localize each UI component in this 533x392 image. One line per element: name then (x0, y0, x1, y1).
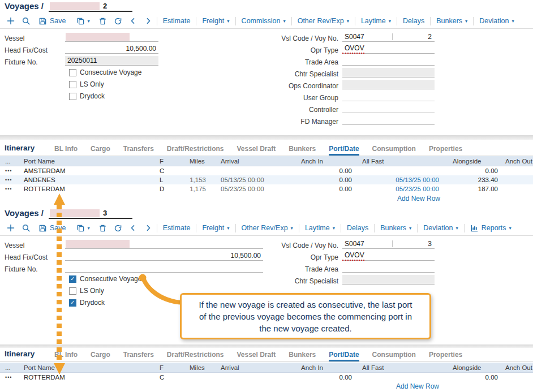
tab-properties[interactable]: Properties (429, 145, 462, 156)
toolbar-button-other-rev-exp[interactable]: Other Rev/Exp▾ (237, 221, 298, 235)
toolbar-button-other-rev-exp[interactable]: Other Rev/Exp▾ (293, 14, 354, 28)
prev-button[interactable] (126, 221, 141, 235)
fd-manager-field[interactable] (342, 115, 435, 125)
row-menu-icon[interactable]: ••• (0, 186, 20, 192)
next-button[interactable] (141, 14, 156, 28)
row-menu-icon[interactable]: ••• (0, 177, 20, 183)
prev-button[interactable] (126, 14, 141, 28)
toolbar-button-laytime[interactable]: Laytime▾ (356, 14, 396, 28)
next-button[interactable] (141, 221, 156, 235)
chevron-left-icon (129, 17, 137, 25)
toolbar-button-delays[interactable]: Delays (342, 221, 373, 235)
toolbar-button-bunkers[interactable]: Bunkers▾ (431, 14, 472, 28)
chevron-down-icon: ▾ (283, 19, 285, 24)
tab-cargo[interactable]: Cargo (91, 145, 110, 156)
opr-type-field[interactable]: OVOV (342, 251, 435, 261)
cell-f: D (158, 186, 188, 192)
vessel-field[interactable] (65, 32, 158, 42)
tab-draft-restrictions[interactable]: Draft/Restrictions (167, 145, 224, 156)
copy-button[interactable]: ▾ (71, 14, 95, 28)
ls-only-checkbox[interactable]: LS Only (69, 287, 104, 295)
add-new-row-link[interactable]: Add New Row (397, 195, 440, 203)
voyage-number: 2 (103, 2, 107, 10)
checkbox-box: ✓ (69, 299, 76, 307)
col-miles: Miles (188, 158, 210, 165)
search-button[interactable] (18, 221, 33, 235)
ops-coordinator-field[interactable] (342, 80, 435, 89)
head-fix-field[interactable]: 10,500.00 (65, 251, 263, 261)
chevron-left-icon (129, 224, 137, 232)
user-group-field[interactable] (342, 92, 435, 101)
delete-button[interactable] (95, 221, 110, 235)
toolbar-button-freight[interactable]: Freight▾ (197, 14, 234, 28)
cell-port: ANDENES (20, 176, 158, 183)
table-row[interactable]: ••• ROTTERDAM D 1,175 05/23/25 00:00 0.0… (0, 184, 533, 193)
tab-transfers[interactable]: Transfers (123, 351, 154, 361)
drydock-checkbox[interactable]: Drydock (69, 92, 105, 100)
vsl-code-field[interactable]: S00472 (342, 32, 435, 42)
consecutive-voyage-checkbox[interactable]: Consecutive Voyage (69, 68, 141, 76)
toolbar-button-deviation[interactable]: Deviation▾ (418, 221, 463, 235)
tab-bl-info[interactable]: BL Info (54, 145, 78, 156)
opr-type-field[interactable]: OVOV (342, 44, 435, 54)
tab-vessel-draft[interactable]: Vessel Draft (237, 351, 276, 361)
controller-field[interactable] (342, 104, 435, 113)
refresh-icon (114, 17, 122, 25)
toolbar-button-delays[interactable]: Delays (398, 14, 429, 28)
head-fix-field[interactable]: 10,500.00 (65, 44, 158, 54)
tab-consumption[interactable]: Consumption (372, 145, 416, 156)
row-menu-icon[interactable]: ••• (0, 374, 20, 380)
add-button[interactable] (3, 14, 18, 28)
col-arrival: Arrival (210, 364, 301, 371)
drydock-checkbox[interactable]: ✓Drydock (69, 299, 105, 307)
copy-icon (76, 224, 85, 232)
toolbar-button-commission[interactable]: Commission▾ (237, 14, 291, 28)
tab-cargo[interactable]: Cargo (91, 351, 110, 361)
search-button[interactable] (18, 14, 33, 28)
save-button[interactable]: Save (33, 221, 71, 235)
vsl-code-field[interactable]: S00473 (342, 239, 435, 249)
toolbar-button-deviation[interactable]: Deviation▾ (474, 14, 519, 28)
cell-alongside: 187.00 (442, 186, 502, 192)
add-new-row-link[interactable]: Add New Row (396, 382, 439, 390)
tab-bunkers[interactable]: Bunkers (289, 145, 316, 156)
trade-area-field[interactable] (342, 56, 435, 66)
toolbar-button-estimate[interactable]: Estimate (158, 14, 196, 28)
page-title: Voyages / (5, 1, 44, 11)
voyage-number: 3 (103, 209, 107, 217)
tab-consumption[interactable]: Consumption (372, 351, 416, 361)
tab-port-date[interactable]: Port/Date (329, 351, 359, 361)
toolbar-button-reports[interactable]: Reports▾ (465, 221, 517, 235)
cell-anch-in: 0.00 (301, 186, 358, 192)
fixture-no-field[interactable]: 20250011 (65, 56, 158, 66)
cell-miles: 1,153 (188, 176, 210, 183)
tab-bunkers[interactable]: Bunkers (289, 351, 316, 361)
tab-vessel-draft[interactable]: Vessel Draft (237, 145, 276, 156)
table-row[interactable]: ••• ROTTERDAM C 0.00 0.00 (0, 373, 533, 382)
tab-properties[interactable]: Properties (429, 351, 462, 361)
add-button[interactable] (3, 221, 18, 235)
vessel-field[interactable] (65, 239, 263, 249)
table-row[interactable]: ••• AMSTERDAM C 0.00 0.00 (0, 166, 533, 175)
tab-draft-restrictions[interactable]: Draft/Restrictions (167, 351, 224, 361)
chtr-specialist-field[interactable] (342, 68, 435, 77)
delete-button[interactable] (95, 14, 110, 28)
refresh-button[interactable] (110, 14, 126, 28)
row-menu-icon[interactable]: ••• (0, 168, 20, 174)
toolbar-button-bunkers[interactable]: Bunkers▾ (375, 221, 416, 235)
toolbar-button-freight[interactable]: Freight▾ (197, 221, 234, 235)
table-row[interactable]: ••• ANDENES L 1,153 05/13/25 00:00 0.00 … (0, 175, 533, 184)
chevron-down-icon: ▾ (333, 226, 335, 231)
chtr-specialist-field[interactable] (342, 275, 435, 285)
checkbox-label: Drydock (80, 92, 105, 100)
tab-port-date[interactable]: Port/Date (329, 145, 359, 156)
toolbar-button-laytime[interactable]: Laytime▾ (300, 221, 340, 235)
copy-button[interactable]: ▾ (71, 221, 95, 235)
ls-only-checkbox[interactable]: LS Only (69, 80, 104, 88)
tab-transfers[interactable]: Transfers (123, 145, 154, 156)
toolbar-button-estimate[interactable]: Estimate (158, 221, 196, 235)
save-button[interactable]: Save (33, 14, 71, 28)
table-header-row: ... Port Name F Miles Arrival Anch In Al… (0, 156, 533, 166)
refresh-button[interactable] (110, 221, 126, 235)
trade-area-field[interactable] (342, 263, 435, 273)
